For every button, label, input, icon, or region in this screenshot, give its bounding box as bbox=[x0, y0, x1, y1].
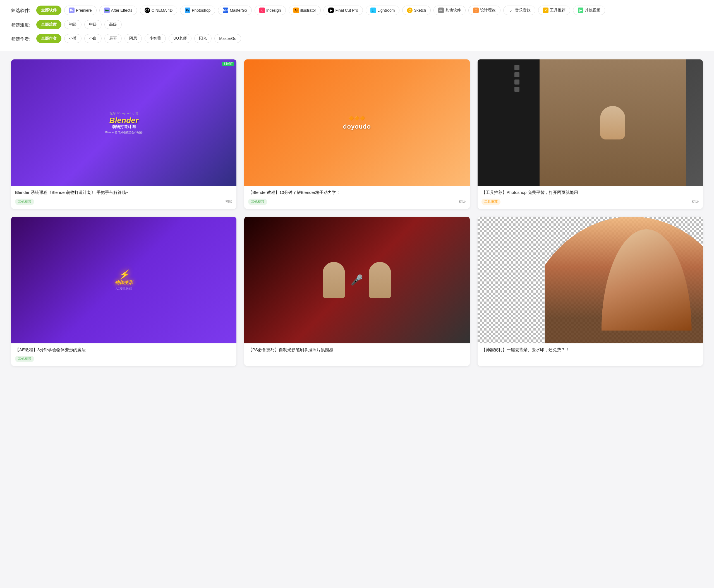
card-body-card3: 【工具推荐】Photoshop 免费平替，打开网页就能用工具推荐初级 bbox=[477, 186, 703, 209]
card-thumbnail-card1: 百万UP·doyoudo小莫 Blender 萌物打造计划 Blender超口风… bbox=[11, 59, 237, 186]
sketch-icon: ⬡ bbox=[407, 7, 412, 13]
software-tag-label-lr: Lightroom bbox=[378, 8, 395, 13]
card-card4[interactable]: ⚡ 物体变形 AE魔法教程 【AE教程】3分钟学会物体变形的魔法其他视频 bbox=[11, 217, 237, 366]
difficulty-tag-label-mid: 中级 bbox=[89, 22, 97, 27]
difficulty-filter-label: 筛选难度: bbox=[11, 20, 36, 28]
software-tag-tools[interactable]: ✕工具推荐 bbox=[538, 5, 570, 15]
software-tag-label-videos: 其他视频 bbox=[585, 8, 600, 13]
card-card3[interactable]: 【工具推荐】Photoshop 免费平替，打开网页就能用工具推荐初级 bbox=[477, 59, 703, 209]
difficulty-tag-all[interactable]: 全部难度 bbox=[36, 20, 61, 29]
card-thumbnail-card2: 🔶🔶🔶 doyoudo bbox=[244, 59, 469, 186]
software-tag-label-fcp: Final Cut Pro bbox=[335, 8, 358, 13]
card-level-card2: 初级 bbox=[458, 199, 466, 204]
card-thumbnail-card3 bbox=[477, 59, 703, 186]
author-tag-all[interactable]: 全部作者 bbox=[36, 34, 61, 43]
card-title-card2: 【Blender教程】10分钟了解Blender粒子动力学！ bbox=[248, 189, 466, 196]
tools-icon: ✕ bbox=[543, 7, 549, 13]
author-tag-xiaobai[interactable]: 小白 bbox=[84, 34, 102, 43]
author-tag-xiaozhi[interactable]: 小智蔷 bbox=[145, 34, 166, 43]
card-card2[interactable]: 🔶🔶🔶 doyoudo 【Blender教程】10分钟了解Blender粒子动力… bbox=[244, 59, 469, 209]
software-tag-label-tools: 工具推荐 bbox=[550, 8, 566, 13]
software-tag-label-other: 其他软件 bbox=[445, 8, 461, 13]
difficulty-tag-advanced[interactable]: 高级 bbox=[104, 20, 122, 29]
author-tag-mastergo[interactable]: MasterGo bbox=[215, 34, 241, 43]
ae-icon: Ae bbox=[104, 7, 110, 13]
software-tag-label-all: 全部软件 bbox=[41, 8, 57, 13]
software-tag-label-sketch: Sketch bbox=[414, 8, 426, 13]
lr-icon: Lr bbox=[370, 7, 376, 13]
c4d-icon: C4 bbox=[145, 7, 150, 13]
card-category-card4: 其他视频 bbox=[15, 356, 34, 362]
author-tag-asi[interactable]: 阿思 bbox=[124, 34, 142, 43]
card-category-card3: 工具推荐 bbox=[482, 198, 501, 205]
software-tag-sketch[interactable]: ⬡Sketch bbox=[402, 5, 431, 15]
software-tag-indesign[interactable]: IdIndesign bbox=[254, 5, 286, 15]
software-tag-fcp[interactable]: ▶Final Cut Pro bbox=[324, 5, 363, 15]
indesign-icon: Id bbox=[259, 7, 265, 13]
card-category-card2: 其他视频 bbox=[248, 198, 267, 205]
card-level-card3: 初级 bbox=[692, 199, 699, 204]
author-tag-label-xiaomo: 小莫 bbox=[69, 36, 77, 41]
card-card6[interactable]: 【神器安利】一键去背景、去水印，还免费？！ bbox=[477, 217, 703, 366]
mastergo-icon: M↗ bbox=[223, 7, 228, 13]
software-tag-label-indesign: Indesign bbox=[266, 8, 281, 13]
premiere-icon: Pr bbox=[69, 7, 75, 13]
card-title-card6: 【神器安利】一键去背景、去水印，还免费？！ bbox=[482, 347, 699, 353]
software-tag-label-c4d: CINEMA 4D bbox=[151, 8, 172, 13]
author-tag-xiaomo[interactable]: 小莫 bbox=[64, 34, 82, 43]
author-tag-label-asi: 阿思 bbox=[129, 36, 137, 41]
software-tag-ps[interactable]: PsPhotoshop bbox=[180, 5, 215, 15]
software-tag-design[interactable]: □设计理论 bbox=[468, 5, 501, 15]
software-tag-premiere[interactable]: PrPremiere bbox=[64, 5, 97, 15]
author-tag-uu[interactable]: UU老师 bbox=[169, 34, 191, 43]
card-meta-card4: 其他视频 bbox=[15, 356, 232, 362]
filter-section: 筛选软件: 全部软件PrPremiereAeAfter EffectsC4CIN… bbox=[0, 0, 714, 51]
software-tag-label-ae: After Effects bbox=[111, 8, 132, 13]
author-filter-label: 筛选作者: bbox=[11, 34, 36, 42]
card-body-card2: 【Blender教程】10分钟了解Blender粒子动力学！其他视频初级 bbox=[244, 186, 469, 209]
software-tag-label-ps: Photoshop bbox=[192, 8, 210, 13]
difficulty-filter-row: 筛选难度: 全部难度初级中级高级 bbox=[11, 20, 703, 29]
fcp-icon: ▶ bbox=[328, 7, 334, 13]
card-body-card6: 【神器安利】一键去背景、去水印，还免费？！ bbox=[477, 343, 703, 360]
software-tag-c4d[interactable]: C4CINEMA 4D bbox=[140, 5, 177, 15]
software-filter-tags: 全部软件PrPremiereAeAfter EffectsC4CINEMA 4D… bbox=[36, 5, 703, 15]
software-tag-all[interactable]: 全部软件 bbox=[36, 5, 61, 15]
difficulty-tag-mid[interactable]: 中级 bbox=[84, 20, 102, 29]
difficulty-tag-label-advanced: 高级 bbox=[109, 22, 117, 27]
author-tag-zhan[interactable]: 展哥 bbox=[104, 34, 122, 43]
difficulty-tag-beginner[interactable]: 初级 bbox=[64, 20, 82, 29]
author-tag-label-yangguang: 阳光 bbox=[199, 36, 207, 41]
content-grid: 百万UP·doyoudo小莫 Blender 萌物打造计划 Blender超口风… bbox=[0, 51, 714, 374]
card-level-card1: 初级 bbox=[225, 199, 232, 204]
software-tag-ae[interactable]: AeAfter Effects bbox=[99, 5, 137, 15]
card-card1[interactable]: 百万UP·doyoudo小莫 Blender 萌物打造计划 Blender超口风… bbox=[11, 59, 237, 209]
software-filter-label: 筛选软件: bbox=[11, 5, 36, 14]
author-tag-yangguang[interactable]: 阳光 bbox=[194, 34, 211, 43]
software-tag-music[interactable]: ♪音乐音效 bbox=[503, 5, 535, 15]
author-tag-label-xiaozhi: 小智蔷 bbox=[149, 36, 161, 41]
card-category-card1: 其他视频 bbox=[15, 198, 34, 205]
card-thumbnail-card6 bbox=[477, 217, 703, 343]
card-meta-card1: 其他视频初级 bbox=[15, 198, 232, 205]
software-tag-label-premiere: Premiere bbox=[76, 8, 92, 13]
author-tag-label-xiaobai: 小白 bbox=[89, 36, 97, 41]
difficulty-tag-label-all: 全部难度 bbox=[41, 22, 57, 27]
software-filter-row: 筛选软件: 全部软件PrPremiereAeAfter EffectsC4CIN… bbox=[11, 5, 703, 15]
card-title-card4: 【AE教程】3分钟学会物体变形的魔法 bbox=[15, 347, 232, 353]
card-body-card4: 【AE教程】3分钟学会物体变形的魔法其他视频 bbox=[11, 343, 237, 366]
author-filter-tags: 全部作者小莫小白展哥阿思小智蔷UU老师阳光MasterGo bbox=[36, 34, 703, 43]
author-tag-label-mastergo: MasterGo bbox=[219, 36, 236, 41]
card-body-card1: Blender 系统课程《Blender萌物打造计划》,手把手带解答哦~其他视频… bbox=[11, 186, 237, 209]
difficulty-tag-label-beginner: 初级 bbox=[69, 22, 77, 27]
software-tag-mastergo[interactable]: M↗MasterGo bbox=[218, 5, 251, 15]
card-card5[interactable]: 🎤 【PS必备技巧】自制光影笔刷拿捏照片氛围感 bbox=[244, 217, 469, 366]
author-filter-row: 筛选作者: 全部作者小莫小白展哥阿思小智蔷UU老师阳光MasterGo bbox=[11, 34, 703, 43]
software-tag-label-illustrator: illustrator bbox=[300, 8, 316, 13]
software-tag-illustrator[interactable]: Aiillustrator bbox=[289, 5, 321, 15]
software-tag-lr[interactable]: LrLightroom bbox=[366, 5, 400, 15]
card-body-card5: 【PS必备技巧】自制光影笔刷拿捏照片氛围感 bbox=[244, 343, 469, 360]
ps-icon: Ps bbox=[185, 7, 190, 13]
software-tag-other[interactable]: ✏其他软件 bbox=[433, 5, 466, 15]
software-tag-videos[interactable]: ▶其他视频 bbox=[573, 5, 605, 15]
